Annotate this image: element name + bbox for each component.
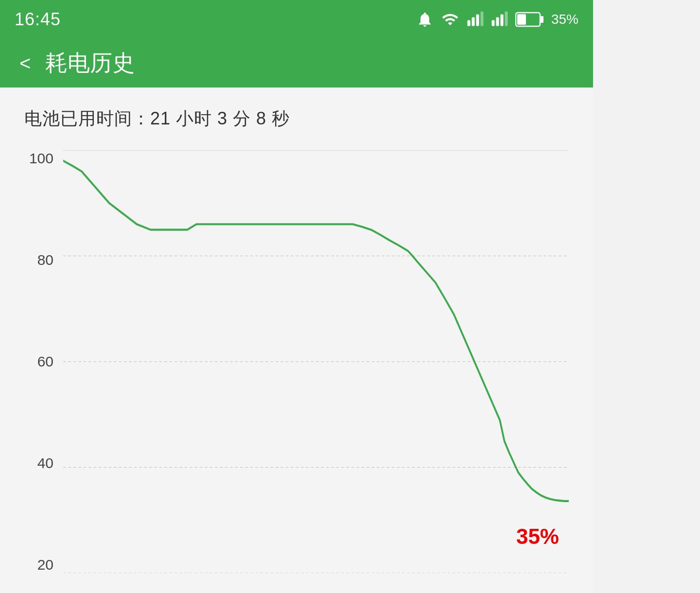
status-time: 16:45 (15, 9, 61, 30)
svg-rect-9 (540, 16, 543, 23)
svg-rect-3 (480, 12, 483, 26)
current-percent-label: 35% (516, 524, 559, 549)
app-bar: < 耗电历史 (0, 39, 593, 87)
page-title: 耗电历史 (45, 48, 135, 78)
svg-rect-4 (491, 20, 494, 26)
battery-drain-line (63, 161, 569, 501)
y-label-100: 100 (24, 150, 58, 167)
back-button[interactable]: < (15, 50, 35, 77)
battery-icon (515, 11, 544, 28)
svg-rect-1 (472, 17, 474, 26)
svg-rect-5 (496, 17, 499, 26)
battery-used-label: 电池已用时间：21 小时 3 分 8 秒 (24, 107, 569, 131)
svg-rect-2 (476, 15, 479, 26)
signal1-icon (467, 11, 484, 28)
status-bar: 16:45 35% (0, 0, 593, 39)
signal2-icon (491, 11, 508, 28)
svg-rect-10 (517, 14, 526, 25)
y-label-40: 40 (24, 455, 58, 471)
y-label-80: 80 (24, 252, 58, 268)
svg-rect-0 (467, 20, 470, 26)
battery-percent-status: 35% (551, 12, 578, 27)
y-label-60: 60 (24, 353, 58, 370)
wifi-icon (440, 11, 460, 28)
y-axis: 100 80 60 40 20 (24, 150, 58, 588)
svg-rect-6 (500, 15, 503, 26)
chart-inner: 35% (63, 150, 569, 588)
main-content: 电池已用时间：21 小时 3 分 8 秒 100 80 60 40 20 (0, 87, 593, 593)
battery-chart: 100 80 60 40 20 (24, 150, 569, 588)
alarm-icon (416, 11, 434, 28)
battery-line-chart (63, 150, 569, 573)
svg-rect-7 (505, 12, 508, 26)
y-label-20: 20 (24, 557, 58, 573)
status-icons: 35% (416, 11, 578, 28)
